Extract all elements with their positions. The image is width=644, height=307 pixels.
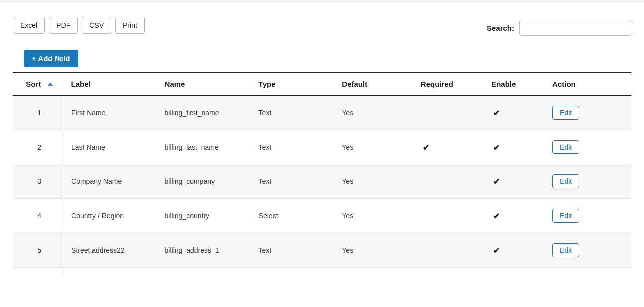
top-toolbar-row: ExcelPDFCSVPrint Search: (13, 17, 631, 36)
check-icon: ✔ (421, 143, 429, 152)
cell-default: Yes (332, 130, 411, 164)
cell-required: ✔ (411, 130, 482, 164)
cell-sort: 1 (13, 96, 61, 130)
table-row: 4Country / Regionbilling_countrySelectYe… (13, 199, 631, 233)
cell-sort: 5 (13, 233, 61, 268)
cell-label: Address 2 (61, 268, 155, 277)
cell-label: Country / Region (61, 199, 155, 233)
check-icon: ✔ (491, 177, 500, 186)
cell-action: Edit (542, 233, 631, 268)
export-pdf-button[interactable]: PDF (49, 17, 78, 34)
cell-action: Edit (542, 96, 631, 130)
cell-sort: 6 (13, 268, 61, 277)
cell-enable: ✔ (482, 268, 542, 277)
cell-type: Text (249, 164, 332, 199)
cell-name: billing_address_1 (155, 233, 249, 268)
table-row: 6Address 2billing_address_2TextYes✔Edit (13, 268, 631, 277)
col-header-default[interactable]: Default (332, 73, 411, 96)
edit-button[interactable]: Edit (552, 243, 579, 257)
cell-default: Yes (332, 268, 411, 277)
cell-type: Text (249, 268, 332, 277)
check-icon: ✔ (491, 212, 500, 220)
cell-action: Edit (542, 199, 631, 233)
cell-type: Text (249, 130, 332, 164)
edit-button[interactable]: Edit (552, 106, 579, 120)
col-header-sort[interactable]: Sort (13, 73, 61, 96)
check-icon: ✔ (491, 143, 500, 152)
cell-name: billing_address_2 (155, 268, 249, 277)
table-body: 1First Namebilling_first_nameTextYes✔Edi… (13, 96, 631, 277)
table-row: 2Last Namebilling_last_nameTextYes✔✔Edit (13, 130, 631, 164)
cell-required (411, 96, 482, 130)
fields-table: Sort Label Name Type Default Required En… (13, 73, 631, 277)
col-header-label[interactable]: Label (61, 73, 155, 96)
col-header-action: Action (542, 73, 631, 96)
cell-enable: ✔ (482, 233, 542, 268)
check-icon: ✔ (491, 246, 500, 255)
edit-button[interactable]: Edit (552, 209, 579, 223)
col-header-required[interactable]: Required (411, 73, 482, 96)
export-button-group: ExcelPDFCSVPrint (13, 17, 145, 34)
edit-button[interactable]: Edit (552, 140, 579, 154)
cell-default: Yes (332, 96, 411, 130)
print-button[interactable]: Print (115, 17, 145, 34)
table-row: 5Street address22billing_address_1TextYe… (13, 233, 631, 268)
export-csv-button[interactable]: CSV (82, 17, 111, 34)
col-header-sort-label: Sort (26, 80, 41, 88)
cell-sort: 3 (13, 164, 61, 199)
cell-default: Yes (332, 233, 411, 268)
cell-label: Street address22 (61, 233, 155, 268)
cell-default: Yes (332, 199, 411, 233)
export-excel-button[interactable]: Excel (13, 17, 45, 34)
search-wrap: Search: (487, 20, 631, 36)
cell-name: billing_last_name (155, 130, 249, 164)
cell-type: Select (249, 199, 332, 233)
cell-name: billing_first_name (155, 96, 249, 130)
cell-enable: ✔ (482, 164, 542, 199)
cell-type: Text (249, 233, 332, 268)
cell-enable: ✔ (482, 199, 542, 233)
add-field-row: + Add field (24, 50, 631, 67)
cell-action: Edit (542, 268, 631, 277)
cell-name: billing_company (155, 164, 249, 199)
cell-label: Company Name (61, 164, 155, 199)
cell-sort: 2 (13, 130, 61, 164)
search-label: Search: (487, 24, 514, 32)
cell-type: Text (249, 96, 332, 130)
cell-name: billing_country (155, 199, 249, 233)
col-header-enable[interactable]: Enable (482, 73, 542, 96)
cell-label: Last Name (61, 130, 155, 164)
table-header-row: Sort Label Name Type Default Required En… (13, 73, 631, 96)
check-icon: ✔ (491, 109, 500, 117)
sort-asc-icon (48, 82, 53, 86)
cell-sort: 4 (13, 199, 61, 233)
edit-button[interactable]: Edit (552, 174, 579, 188)
cell-enable: ✔ (482, 130, 542, 164)
cell-required (411, 233, 482, 268)
add-field-button[interactable]: + Add field (24, 50, 78, 67)
cell-required (411, 268, 482, 277)
col-header-type[interactable]: Type (249, 73, 332, 96)
cell-action: Edit (542, 130, 631, 164)
table-row: 3Company Namebilling_companyTextYes✔Edit (13, 164, 631, 199)
fields-table-scroll[interactable]: Sort Label Name Type Default Required En… (13, 72, 631, 277)
cell-required (411, 199, 482, 233)
cell-enable: ✔ (482, 96, 542, 130)
cell-default: Yes (332, 164, 411, 199)
table-row: 1First Namebilling_first_nameTextYes✔Edi… (13, 96, 631, 130)
search-input[interactable] (519, 20, 631, 36)
cell-required (411, 164, 482, 199)
cell-label: First Name (61, 96, 155, 130)
fields-admin-container: ExcelPDFCSVPrint Search: + Add field Sor… (0, 3, 644, 277)
cell-action: Edit (542, 164, 631, 199)
col-header-name[interactable]: Name (155, 73, 249, 96)
